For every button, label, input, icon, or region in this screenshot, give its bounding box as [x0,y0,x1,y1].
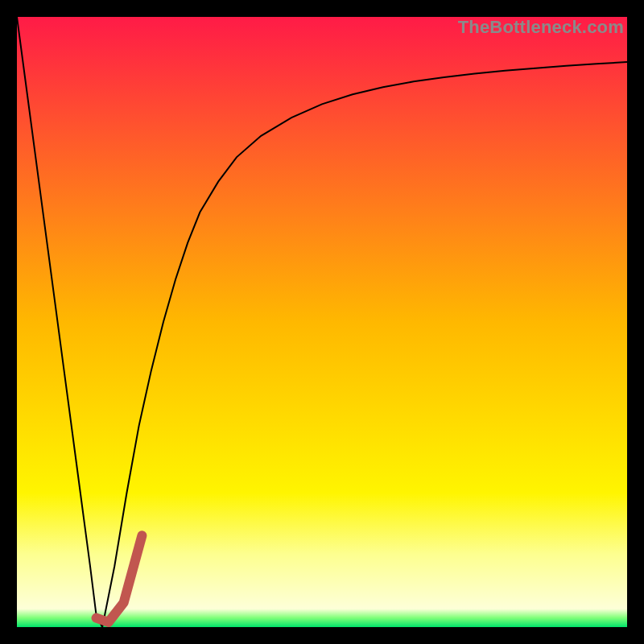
chart-svg [17,17,627,627]
chart-frame: TheBottleneck.com [0,0,644,644]
gradient-background [17,17,627,627]
plot-area: TheBottleneck.com [17,17,627,627]
watermark-text: TheBottleneck.com [458,17,624,38]
